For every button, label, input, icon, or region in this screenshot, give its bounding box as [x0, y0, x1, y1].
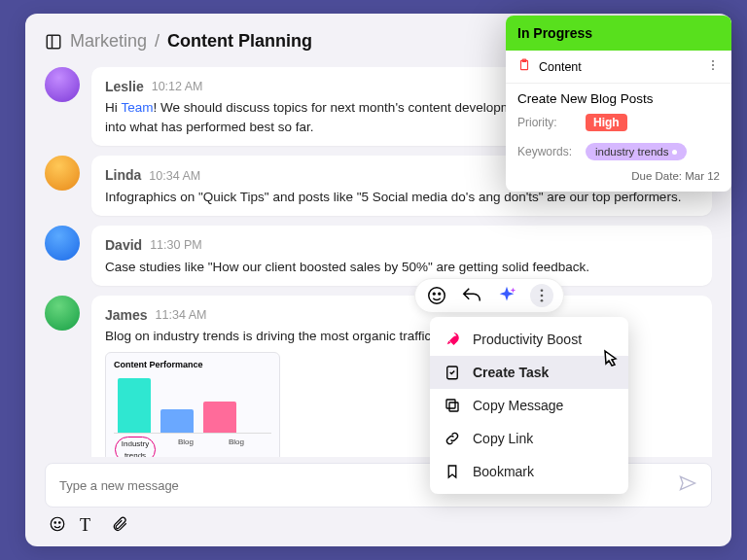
- breadcrumb-current: Content Planning: [167, 31, 312, 52]
- task-priority-label: Priority:: [517, 116, 576, 129]
- chart-category-highlighted: Industry trends: [115, 437, 156, 457]
- task-board-name: Content: [539, 60, 706, 74]
- svg-point-5: [429, 288, 445, 304]
- clipboard-icon: [517, 58, 531, 75]
- chart-bar: [160, 409, 194, 433]
- svg-point-2: [51, 517, 64, 531]
- svg-point-18: [712, 68, 714, 70]
- reaction-bar: [414, 278, 564, 313]
- message-text: Case studies like "How our client booste…: [105, 260, 589, 274]
- link-icon: [444, 430, 461, 447]
- message-time: 10:34 AM: [149, 167, 200, 185]
- task-icon: [444, 364, 461, 381]
- menu-item-productivity-boost[interactable]: Productivity Boost: [430, 323, 628, 356]
- more-icon[interactable]: [530, 284, 553, 307]
- breadcrumb-parent[interactable]: Marketing: [70, 31, 147, 52]
- more-icon[interactable]: [706, 58, 720, 75]
- menu-item-label: Bookmark: [473, 464, 534, 479]
- svg-point-8: [541, 289, 544, 292]
- menu-item-label: Create Task: [473, 365, 549, 380]
- breadcrumb-separator: /: [155, 31, 160, 52]
- svg-rect-0: [47, 35, 60, 49]
- chart-category: Blog: [216, 437, 257, 457]
- menu-item-label: Copy Link: [473, 431, 533, 446]
- avatar[interactable]: [45, 296, 80, 331]
- svg-point-9: [541, 295, 544, 298]
- svg-point-3: [54, 522, 56, 524]
- menu-item-label: Productivity Boost: [473, 332, 582, 347]
- message-bubble[interactable]: David 11:30 PM Case studies like "How ou…: [91, 226, 712, 286]
- task-title: Create New Blog Posts: [506, 84, 731, 108]
- priority-badge[interactable]: High: [586, 114, 627, 131]
- chart-title: Content Performance: [114, 359, 271, 371]
- keyword-tag[interactable]: industry trends: [586, 143, 687, 160]
- task-status-header: In Progress: [506, 16, 731, 51]
- message-author: Leslie: [105, 77, 144, 96]
- send-icon[interactable]: [678, 473, 697, 497]
- reply-icon[interactable]: [460, 284, 483, 307]
- bookmark-icon: [444, 463, 461, 480]
- task-card[interactable]: In Progress Content Create New Blog Post…: [506, 16, 731, 192]
- svg-point-7: [439, 293, 441, 295]
- message-author: James: [105, 305, 148, 325]
- context-menu: Productivity Boost Create Task Copy Mess…: [430, 317, 628, 494]
- menu-item-bookmark[interactable]: Bookmark: [430, 455, 628, 488]
- chart-bar: [118, 378, 151, 433]
- attach-icon[interactable]: [111, 515, 128, 533]
- avatar[interactable]: [45, 156, 80, 191]
- svg-rect-13: [446, 400, 455, 408]
- svg-point-16: [712, 60, 714, 62]
- emoji-icon[interactable]: [425, 284, 448, 307]
- message-row: David 11:30 PM Case studies like "How ou…: [45, 226, 712, 286]
- chart-category: Blog: [165, 437, 206, 457]
- message-time: 11:34 AM: [156, 306, 207, 324]
- panel-icon: [45, 33, 62, 51]
- menu-item-label: Copy Message: [473, 398, 563, 413]
- task-keywords-label: Keywords:: [517, 145, 576, 158]
- chart-area: [114, 375, 271, 434]
- menu-item-create-task[interactable]: Create Task: [430, 356, 628, 389]
- rocket-icon: [444, 331, 461, 348]
- message-author: Linda: [105, 165, 141, 185]
- svg-point-4: [59, 522, 61, 524]
- svg-point-10: [541, 299, 544, 302]
- mention[interactable]: Team: [122, 100, 154, 115]
- message-author: David: [105, 235, 142, 255]
- text-format-icon[interactable]: T: [80, 515, 97, 533]
- sparkle-icon[interactable]: [495, 284, 518, 307]
- emoji-icon[interactable]: [49, 515, 66, 533]
- message-time: 10:12 AM: [152, 78, 203, 95]
- svg-point-6: [433, 293, 435, 295]
- avatar[interactable]: [45, 226, 80, 261]
- avatar[interactable]: [45, 67, 80, 102]
- message-text-pre: Hi: [105, 100, 122, 115]
- menu-item-copy-link[interactable]: Copy Link: [430, 422, 628, 455]
- svg-point-17: [712, 64, 714, 66]
- menu-item-copy-message[interactable]: Copy Message: [430, 389, 628, 422]
- composer-tools: T: [45, 508, 712, 533]
- chart-attachment[interactable]: Content Performance Industry trends Blog…: [105, 352, 280, 457]
- svg-rect-12: [449, 402, 458, 411]
- message-time: 11:30 PM: [150, 236, 202, 254]
- chart-labels: Industry trends Blog Blog: [114, 434, 271, 457]
- task-due-date: Due Date: Mar 12: [506, 166, 731, 192]
- copy-icon: [444, 397, 461, 414]
- chart-bar: [203, 402, 236, 433]
